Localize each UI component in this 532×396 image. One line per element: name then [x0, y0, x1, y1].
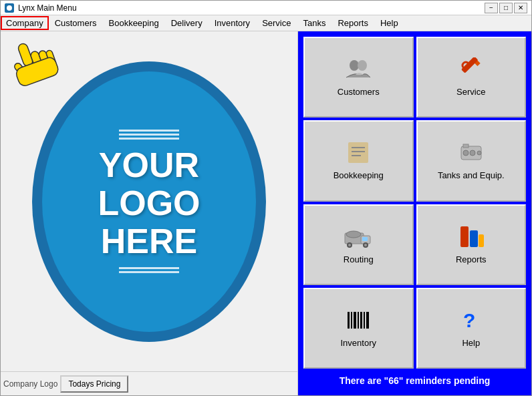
- menu-item-delivery[interactable]: Delivery: [165, 15, 209, 31]
- svg-point-17: [463, 150, 469, 156]
- service-button[interactable]: Service: [416, 37, 527, 118]
- help-button[interactable]: ? Help: [416, 288, 527, 369]
- menu-item-tanks[interactable]: Tanks: [297, 15, 331, 31]
- company-logo-label: Company Logo: [3, 379, 57, 389]
- svg-point-28: [346, 231, 361, 238]
- logo-line-your: YOUR: [98, 146, 200, 184]
- svg-point-0: [7, 5, 12, 11]
- svg-point-25: [348, 244, 351, 246]
- app-icon: [5, 3, 14, 13]
- grid-buttons: Customers Service: [303, 37, 526, 369]
- svg-rect-12: [348, 142, 368, 163]
- routing-label: Routing: [344, 254, 374, 264]
- title-bar-left: Lynx Main Menu: [5, 3, 77, 13]
- svg-rect-30: [470, 230, 478, 247]
- customers-button[interactable]: Customers: [303, 37, 414, 118]
- menu-item-inventory[interactable]: Inventory: [209, 15, 256, 31]
- svg-rect-33: [351, 312, 352, 329]
- menu-item-reports[interactable]: Reports: [331, 15, 374, 31]
- hand-pointer-icon: [1, 31, 71, 115]
- window-title: Lynx Main Menu: [18, 3, 77, 13]
- customers-icon: [345, 57, 372, 84]
- svg-point-7: [350, 60, 359, 71]
- minimize-button[interactable]: −: [485, 3, 498, 13]
- logo-outer-circle: YOUR LOGO HERE: [32, 61, 266, 342]
- logo-inner-circle: YOUR LOGO HERE: [42, 71, 256, 332]
- svg-point-18: [470, 150, 475, 156]
- logo-text: YOUR LOGO HERE: [98, 146, 200, 261]
- svg-point-8: [358, 60, 367, 71]
- inventory-label: Inventory: [341, 338, 376, 348]
- maximize-button[interactable]: □: [499, 3, 513, 13]
- svg-rect-34: [354, 312, 356, 329]
- service-label: Service: [456, 87, 485, 97]
- todays-pricing-button[interactable]: Todays Pricing: [60, 375, 128, 393]
- reports-button[interactable]: Reports: [416, 204, 527, 285]
- reports-label: Reports: [456, 254, 487, 264]
- close-button[interactable]: ✕: [514, 3, 527, 13]
- bookkeeping-button[interactable]: Bookkeeping: [303, 120, 414, 201]
- help-label: Help: [462, 338, 480, 348]
- menu-item-bookkeeping[interactable]: Bookkeeping: [103, 15, 165, 31]
- bookkeeping-icon: [345, 141, 372, 168]
- menu-item-help[interactable]: Help: [374, 15, 404, 31]
- svg-text:?: ?: [463, 309, 475, 331]
- help-icon: ?: [458, 309, 485, 335]
- logo-line-1: [119, 130, 179, 132]
- service-icon: [458, 57, 485, 84]
- bottom-bar: Company Logo Todays Pricing: [1, 371, 297, 395]
- menu-item-customers[interactable]: Customers: [49, 15, 103, 31]
- logo-line-here: HERE: [98, 222, 200, 260]
- logo-line-logo: LOGO: [98, 184, 200, 222]
- svg-rect-23: [362, 237, 368, 241]
- inventory-icon: [345, 309, 372, 335]
- menu-bar: Company Customers Bookkeeping Delivery I…: [1, 15, 531, 31]
- logo-line-2: [119, 134, 179, 136]
- svg-rect-31: [479, 234, 484, 247]
- bookkeeping-label: Bookkeeping: [334, 170, 384, 180]
- logo-line-4: [119, 267, 179, 269]
- svg-rect-35: [358, 312, 359, 329]
- main-content: YOUR LOGO HERE Company Logo Todays Prici…: [1, 31, 531, 395]
- logo-decoration-top: [119, 130, 179, 140]
- svg-rect-37: [364, 312, 365, 329]
- inventory-button[interactable]: Inventory: [303, 288, 414, 369]
- logo-area: YOUR LOGO HERE: [1, 31, 297, 371]
- routing-button[interactable]: Routing: [303, 204, 414, 285]
- svg-rect-29: [460, 226, 469, 247]
- right-panel: Customers Service: [298, 31, 531, 395]
- tanks-equip-label: Tanks and Equip.: [438, 170, 505, 180]
- left-panel: YOUR LOGO HERE Company Logo Todays Prici…: [1, 31, 298, 395]
- reminders-text: There are "66" reminders pending: [303, 371, 526, 390]
- menu-item-service[interactable]: Service: [256, 15, 297, 31]
- svg-rect-20: [463, 144, 469, 148]
- menu-item-company[interactable]: Company: [1, 16, 49, 30]
- tanks-equip-button[interactable]: Tanks and Equip.: [416, 120, 527, 201]
- customers-label: Customers: [338, 87, 380, 97]
- reports-icon: [458, 225, 485, 252]
- routing-icon: [344, 225, 373, 252]
- svg-point-19: [477, 151, 481, 155]
- main-window: Lynx Main Menu − □ ✕ Company Customers B…: [0, 0, 532, 396]
- svg-point-27: [364, 244, 367, 246]
- logo-decoration-bottom: [119, 267, 179, 273]
- svg-rect-38: [366, 312, 369, 329]
- logo-line-5: [119, 271, 179, 273]
- svg-rect-32: [348, 312, 350, 329]
- tanks-equip-icon: [458, 141, 485, 168]
- window-controls: − □ ✕: [485, 3, 527, 13]
- logo-line-3: [119, 138, 179, 140]
- title-bar: Lynx Main Menu − □ ✕: [1, 1, 531, 15]
- svg-rect-36: [360, 312, 362, 329]
